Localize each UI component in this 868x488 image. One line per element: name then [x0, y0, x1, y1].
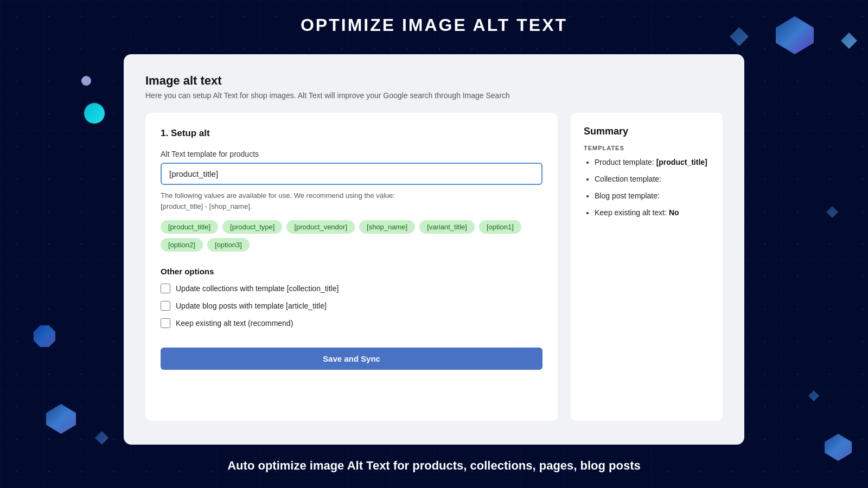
helper-text: The following values are available for u…: [161, 190, 542, 211]
summary-item-collection-label: Collection template:: [595, 175, 661, 183]
tag-product-vendor[interactable]: [product_vendor]: [286, 220, 355, 234]
summary-item-product-label: Product template:: [595, 158, 656, 166]
page-title: OPTIMIZE IMAGE ALT TEXT: [301, 15, 567, 35]
checkbox-existing[interactable]: [161, 318, 170, 328]
tag-product-title[interactable]: [product_title]: [161, 220, 218, 234]
bottom-tagline-bar: Auto optimize image Alt Text for product…: [0, 459, 868, 488]
gem-left-top: [81, 76, 91, 86]
content-row: 1. Setup alt Alt Text template for produ…: [145, 113, 723, 421]
gem-left-mid: [84, 103, 105, 124]
summary-item-blog-label: Blog post template:: [595, 191, 660, 200]
summary-panel: Summary TEMPLATES Product template: [pro…: [571, 113, 723, 421]
gem-left-mid2: [34, 325, 55, 347]
checkbox-existing-label[interactable]: Keep existing alt text (recommend): [176, 319, 293, 328]
template-input[interactable]: [161, 163, 542, 185]
field-label: Alt Text template for products: [161, 150, 542, 158]
checkbox-row-collections: Update collections with template [collec…: [161, 284, 542, 293]
summary-list: Product template: [product_title] Collec…: [584, 157, 710, 219]
save-and-sync-button[interactable]: Save and Sync: [161, 348, 542, 370]
tag-shop-name[interactable]: [shop_name]: [359, 220, 415, 234]
tag-option2[interactable]: [option2]: [161, 238, 203, 252]
checkbox-blog-label[interactable]: Update blog posts with template [article…: [176, 301, 327, 310]
summary-item-product: Product template: [product_title]: [595, 157, 710, 168]
summary-item-existing-value: No: [669, 208, 679, 217]
summary-item-blog: Blog post template:: [595, 190, 710, 202]
tag-product-type[interactable]: [product_type]: [222, 220, 282, 234]
summary-item-existing-label: Keep existing alt text:: [595, 208, 669, 217]
summary-item-collection: Collection template:: [595, 174, 710, 185]
left-panel: 1. Setup alt Alt Text template for produ…: [145, 113, 558, 421]
checkbox-collections-label[interactable]: Update collections with template [collec…: [176, 284, 339, 293]
setup-section-title: 1. Setup alt: [161, 128, 542, 139]
main-card: Image alt text Here you can setup Alt Te…: [124, 54, 744, 445]
tag-variant-title[interactable]: [variant_title]: [419, 220, 475, 234]
checkbox-blog[interactable]: [161, 301, 170, 311]
tags-row: [product_title] [product_type] [product_…: [161, 220, 542, 252]
tag-option3[interactable]: [option3]: [207, 238, 250, 252]
summary-item-existing: Keep existing alt text: No: [595, 207, 710, 219]
checkbox-collections[interactable]: [161, 284, 170, 293]
checkbox-row-existing: Keep existing alt text (recommend): [161, 318, 542, 328]
bottom-tagline-text: Auto optimize image Alt Text for product…: [227, 459, 641, 472]
checkbox-row-blog: Update blog posts with template [article…: [161, 301, 542, 311]
tag-option1[interactable]: [option1]: [479, 220, 521, 234]
card-subtitle: Here you can setup Alt Text for shop ima…: [145, 91, 723, 100]
summary-item-product-value: [product_title]: [656, 158, 707, 166]
page-title-bar: OPTIMIZE IMAGE ALT TEXT: [0, 0, 868, 35]
summary-section-label: TEMPLATES: [584, 145, 710, 151]
summary-title: Summary: [584, 126, 710, 137]
card-title: Image alt text: [145, 74, 723, 88]
other-options-title: Other options: [161, 267, 542, 276]
